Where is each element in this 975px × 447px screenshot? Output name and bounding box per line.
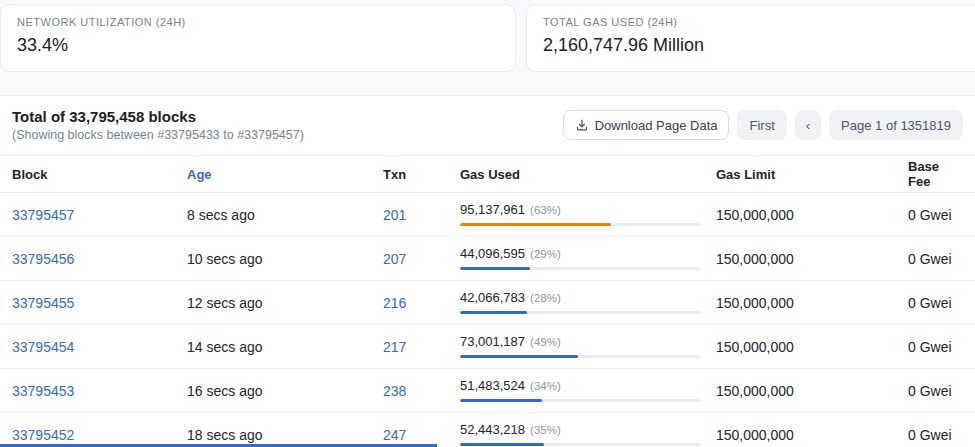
block-number-link[interactable]: 33795452 bbox=[12, 427, 187, 443]
column-header-gas-limit: Gas Limit bbox=[716, 167, 908, 182]
gas-used-bar-track bbox=[460, 443, 700, 446]
gas-used-bar-track bbox=[460, 267, 700, 270]
download-page-data-button[interactable]: Download Page Data bbox=[563, 110, 730, 140]
block-age: 12 secs ago bbox=[187, 295, 383, 311]
download-icon bbox=[575, 118, 589, 132]
block-number-link[interactable]: 33795456 bbox=[12, 251, 187, 267]
txn-count-link[interactable]: 238 bbox=[383, 383, 460, 399]
first-page-button[interactable]: First bbox=[737, 110, 786, 140]
gas-used-percent: (28%) bbox=[530, 292, 561, 305]
gas-used-percent: (34%) bbox=[530, 380, 561, 393]
gas-used-value: 51,483,524 bbox=[460, 379, 525, 393]
network-utilization-value: 33.4% bbox=[17, 35, 499, 56]
base-fee-value: 0 Gwei bbox=[908, 339, 963, 355]
base-fee-value: 0 Gwei bbox=[908, 383, 963, 399]
table-row: 33795454 14 secs ago 217 73,001,187 (49%… bbox=[0, 325, 975, 369]
table-row: 33795452 18 secs ago 247 52,443,218 (35%… bbox=[0, 413, 975, 447]
gas-used-value: 73,001,187 bbox=[460, 335, 525, 349]
gas-used-percent: (63%) bbox=[530, 204, 561, 217]
gas-used-bar-track bbox=[460, 223, 700, 226]
total-blocks-text: Total of 33,795,458 blocks bbox=[12, 108, 304, 125]
gas-used-percent: (35%) bbox=[530, 424, 561, 437]
block-age: 14 secs ago bbox=[187, 339, 383, 355]
txn-count-link[interactable]: 217 bbox=[383, 339, 460, 355]
gas-used-value: 42,066,783 bbox=[460, 291, 525, 305]
table-header-row: Block Age Txn Gas Used Gas Limit Base Fe… bbox=[0, 155, 975, 193]
column-header-age[interactable]: Age bbox=[187, 167, 383, 182]
base-fee-value: 0 Gwei bbox=[908, 207, 963, 223]
gas-used-percent: (49%) bbox=[530, 336, 561, 349]
table-row: 33795456 10 secs ago 207 44,096,595 (29%… bbox=[0, 237, 975, 281]
stats-row: NETWORK UTILIZATION (24H) 33.4% TOTAL GA… bbox=[0, 0, 975, 72]
block-number-link[interactable]: 33795457 bbox=[12, 207, 187, 223]
total-gas-used-value: 2,160,747.96 Million bbox=[543, 35, 959, 56]
gas-used-bar-fill bbox=[460, 443, 544, 446]
gas-limit-value: 150,000,000 bbox=[716, 251, 908, 267]
gas-used-bar-track bbox=[460, 399, 700, 402]
gas-used-bar-track bbox=[460, 355, 700, 358]
gas-used-bar-fill bbox=[460, 399, 542, 402]
table-row: 33795453 16 secs ago 238 51,483,524 (34%… bbox=[0, 369, 975, 413]
block-number-link[interactable]: 33795455 bbox=[12, 295, 187, 311]
txn-count-link[interactable]: 201 bbox=[383, 207, 460, 223]
gas-used-value: 44,096,595 bbox=[460, 247, 525, 261]
gas-used-percent: (29%) bbox=[530, 248, 561, 261]
gas-used-cell: 42,066,783 (28%) bbox=[460, 291, 716, 313]
column-header-gas-used: Gas Used bbox=[460, 167, 716, 182]
gas-limit-value: 150,000,000 bbox=[716, 339, 908, 355]
gas-used-bar-fill bbox=[460, 223, 611, 226]
gas-used-cell: 51,483,524 (34%) bbox=[460, 379, 716, 401]
chevron-left-icon: ‹ bbox=[806, 118, 810, 133]
gas-limit-value: 150,000,000 bbox=[716, 383, 908, 399]
txn-count-link[interactable]: 207 bbox=[383, 251, 460, 267]
block-age: 10 secs ago bbox=[187, 251, 383, 267]
blocks-table-panel: Total of 33,795,458 blocks (Showing bloc… bbox=[0, 95, 975, 447]
column-header-block: Block bbox=[12, 167, 187, 182]
total-gas-used-card: TOTAL GAS USED (24H) 2,160,747.96 Millio… bbox=[526, 4, 975, 72]
total-gas-used-label: TOTAL GAS USED (24H) bbox=[543, 16, 959, 28]
table-row: 33795457 8 secs ago 201 95,137,961 (63%)… bbox=[0, 193, 975, 237]
gas-used-cell: 52,443,218 (35%) bbox=[460, 423, 716, 445]
network-utilization-label: NETWORK UTILIZATION (24H) bbox=[17, 16, 499, 28]
gas-used-cell: 73,001,187 (49%) bbox=[460, 335, 716, 357]
table-row: 33795455 12 secs ago 216 42,066,783 (28%… bbox=[0, 281, 975, 325]
txn-count-link[interactable]: 247 bbox=[383, 427, 460, 443]
gas-used-bar-fill bbox=[460, 267, 530, 270]
table-toolbar: Total of 33,795,458 blocks (Showing bloc… bbox=[0, 96, 975, 155]
gas-used-value: 52,443,218 bbox=[460, 423, 525, 437]
column-header-base-fee: Base Fee bbox=[908, 159, 963, 189]
block-age: 18 secs ago bbox=[187, 427, 383, 443]
base-fee-value: 0 Gwei bbox=[908, 295, 963, 311]
gas-used-bar-track bbox=[460, 311, 700, 314]
pagination-controls: Download Page Data First ‹ Page 1 of 135… bbox=[563, 110, 963, 140]
column-header-txn: Txn bbox=[383, 167, 460, 182]
previous-page-button[interactable]: ‹ bbox=[795, 110, 821, 140]
block-number-link[interactable]: 33795454 bbox=[12, 339, 187, 355]
gas-limit-value: 150,000,000 bbox=[716, 295, 908, 311]
gas-used-bar-fill bbox=[460, 355, 578, 358]
network-utilization-card: NETWORK UTILIZATION (24H) 33.4% bbox=[0, 4, 516, 72]
base-fee-value: 0 Gwei bbox=[908, 427, 963, 443]
gas-limit-value: 150,000,000 bbox=[716, 207, 908, 223]
gas-used-bar-fill bbox=[460, 311, 527, 314]
gas-limit-value: 150,000,000 bbox=[716, 427, 908, 443]
gas-used-cell: 44,096,595 (29%) bbox=[460, 247, 716, 269]
base-fee-value: 0 Gwei bbox=[908, 251, 963, 267]
gas-used-value: 95,137,961 bbox=[460, 203, 525, 217]
gas-used-cell: 95,137,961 (63%) bbox=[460, 203, 716, 225]
table-summary: Total of 33,795,458 blocks (Showing bloc… bbox=[12, 108, 304, 142]
showing-range-text: (Showing blocks between #33795433 to #33… bbox=[12, 128, 304, 142]
block-number-link[interactable]: 33795453 bbox=[12, 383, 187, 399]
block-age: 16 secs ago bbox=[187, 383, 383, 399]
download-button-label: Download Page Data bbox=[595, 118, 718, 133]
block-age: 8 secs ago bbox=[187, 207, 383, 223]
page-indicator-button[interactable]: Page 1 of 1351819 bbox=[829, 110, 963, 140]
txn-count-link[interactable]: 216 bbox=[383, 295, 460, 311]
